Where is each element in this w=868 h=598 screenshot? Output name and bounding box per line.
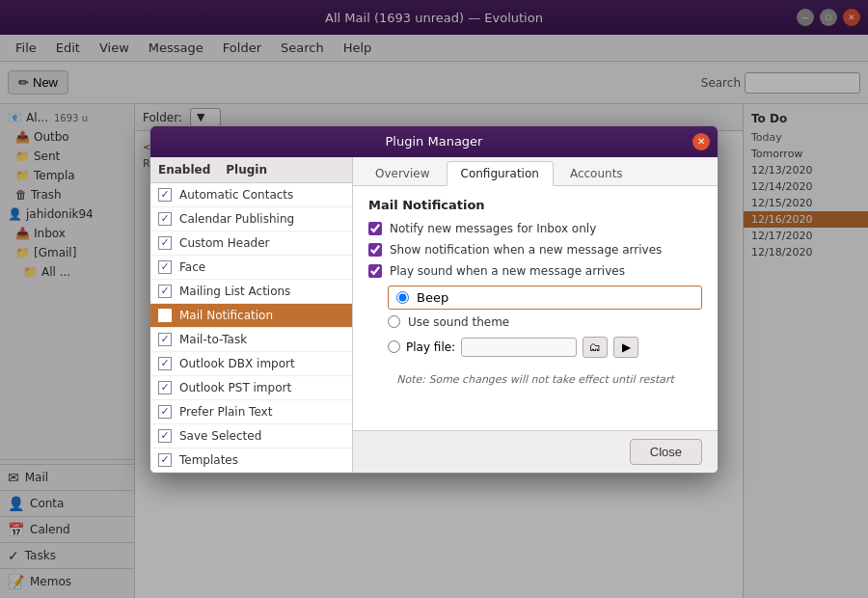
- checkbox-show-notification[interactable]: [368, 243, 382, 257]
- plugin-label-mail-to-task: Mail-to-Task: [179, 333, 247, 346]
- config-content: Mail Notification Notify new messages fo…: [353, 186, 718, 430]
- label-beep: Beep: [417, 290, 448, 305]
- plugin-manager-dialog: Plugin Manager ✕ Enabled Plugin Automati…: [149, 125, 719, 474]
- dialog-footer: Close: [353, 430, 718, 473]
- plugin-config-panel: Overview Configuration Accounts Mail Not…: [353, 157, 718, 473]
- plugin-checkbox-automatic-contacts[interactable]: [158, 188, 172, 202]
- option-sound-theme: Use sound theme: [388, 315, 702, 329]
- plugin-row-mailing-list[interactable]: Mailing List Actions: [150, 280, 352, 304]
- plugin-row-mail-to-task[interactable]: Mail-to-Task: [150, 328, 352, 352]
- radio-sound-theme[interactable]: [388, 315, 400, 328]
- plugin-label-face: Face: [179, 260, 205, 274]
- plugin-row-calendar-publishing[interactable]: Calendar Publishing: [150, 207, 352, 231]
- plugin-checkbox-outlook-dbx[interactable]: [158, 357, 172, 370]
- enabled-column-header: Enabled: [158, 163, 210, 177]
- plugin-list-header: Enabled Plugin: [150, 157, 352, 183]
- plugin-row-outlook-pst[interactable]: Outlook PST import: [150, 376, 352, 400]
- plugin-checkbox-face[interactable]: [158, 260, 172, 274]
- close-dialog-button[interactable]: Close: [630, 439, 702, 465]
- config-note: Note: Some changes will not take effect …: [368, 373, 702, 386]
- plugin-label-mailing-list: Mailing List Actions: [179, 285, 290, 298]
- dialog-body: Enabled Plugin Automatic Contacts Calend…: [150, 157, 718, 473]
- label-play-sound: Play sound when a new message arrives: [390, 264, 625, 278]
- plugin-row-save-selected[interactable]: Save Selected: [150, 424, 352, 448]
- plugin-row-mail-notification[interactable]: Mail Notification: [150, 304, 352, 328]
- plugin-row-custom-header[interactable]: Custom Header: [150, 231, 352, 256]
- plugin-checkbox-mail-to-task[interactable]: [158, 333, 172, 346]
- option-notify-inbox: Notify new messages for Inbox only: [368, 222, 702, 235]
- label-notify-inbox: Notify new messages for Inbox only: [390, 222, 596, 235]
- play-button[interactable]: ▶: [613, 337, 638, 358]
- label-sound-theme: Use sound theme: [408, 315, 509, 329]
- plugin-checkbox-prefer-plain[interactable]: [158, 405, 172, 419]
- plugin-checkbox-save-selected[interactable]: [158, 429, 172, 443]
- checkbox-play-sound[interactable]: [368, 264, 382, 278]
- label-show-notification: Show notification when a new message arr…: [390, 243, 662, 257]
- plugin-row-outlook-dbx[interactable]: Outlook DBX import: [150, 352, 352, 376]
- plugin-row-templates[interactable]: Templates: [150, 448, 352, 473]
- plugin-checkbox-custom-header[interactable]: [158, 236, 172, 250]
- option-play-file: Play file: (None) 🗂 ▶: [388, 337, 702, 358]
- modal-backdrop: Plugin Manager ✕ Enabled Plugin Automati…: [0, 0, 868, 598]
- dialog-title: Plugin Manager: [386, 134, 483, 149]
- plugin-checkbox-mailing-list[interactable]: [158, 285, 172, 298]
- dialog-close-x-button[interactable]: ✕: [692, 133, 710, 150]
- plugin-row-prefer-plain[interactable]: Prefer Plain Text: [150, 400, 352, 424]
- dialog-title-bar: Plugin Manager ✕: [150, 126, 718, 157]
- plugin-column-header: Plugin: [226, 163, 267, 177]
- option-play-sound: Play sound when a new message arrives: [368, 264, 702, 278]
- plugin-label-save-selected: Save Selected: [179, 429, 261, 443]
- label-play-file: Play file:: [406, 340, 455, 354]
- tab-overview[interactable]: Overview: [361, 161, 445, 186]
- config-tabs: Overview Configuration Accounts: [353, 157, 718, 186]
- plugin-checkbox-mail-notification[interactable]: [158, 309, 172, 322]
- plugin-label-prefer-plain: Prefer Plain Text: [179, 405, 272, 419]
- plugin-checkbox-templates[interactable]: [158, 453, 172, 467]
- plugin-label-custom-header: Custom Header: [179, 236, 269, 250]
- plugin-row-face[interactable]: Face: [150, 256, 352, 280]
- tab-accounts[interactable]: Accounts: [556, 161, 637, 186]
- plugin-checkbox-calendar-publishing[interactable]: [158, 212, 172, 226]
- play-file-input[interactable]: (None): [461, 338, 577, 357]
- option-show-notification: Show notification when a new message arr…: [368, 243, 702, 257]
- radio-beep[interactable]: [396, 291, 409, 304]
- tab-configuration[interactable]: Configuration: [447, 161, 554, 186]
- plugin-label-templates: Templates: [179, 453, 238, 467]
- plugin-label-outlook-dbx: Outlook DBX import: [179, 357, 295, 370]
- plugin-label-mail-notification: Mail Notification: [179, 309, 273, 322]
- config-section-title: Mail Notification: [368, 198, 702, 212]
- checkbox-notify-inbox[interactable]: [368, 222, 382, 235]
- beep-option-box: Beep: [388, 285, 702, 310]
- plugin-label-calendar-publishing: Calendar Publishing: [179, 212, 294, 226]
- plugin-label-outlook-pst: Outlook PST import: [179, 381, 291, 394]
- plugin-list: Enabled Plugin Automatic Contacts Calend…: [150, 157, 353, 473]
- plugin-label-automatic-contacts: Automatic Contacts: [179, 188, 293, 202]
- plugin-row-automatic-contacts[interactable]: Automatic Contacts: [150, 183, 352, 207]
- radio-play-file[interactable]: [388, 340, 400, 353]
- plugin-checkbox-outlook-pst[interactable]: [158, 381, 172, 394]
- browse-file-button[interactable]: 🗂: [583, 337, 608, 358]
